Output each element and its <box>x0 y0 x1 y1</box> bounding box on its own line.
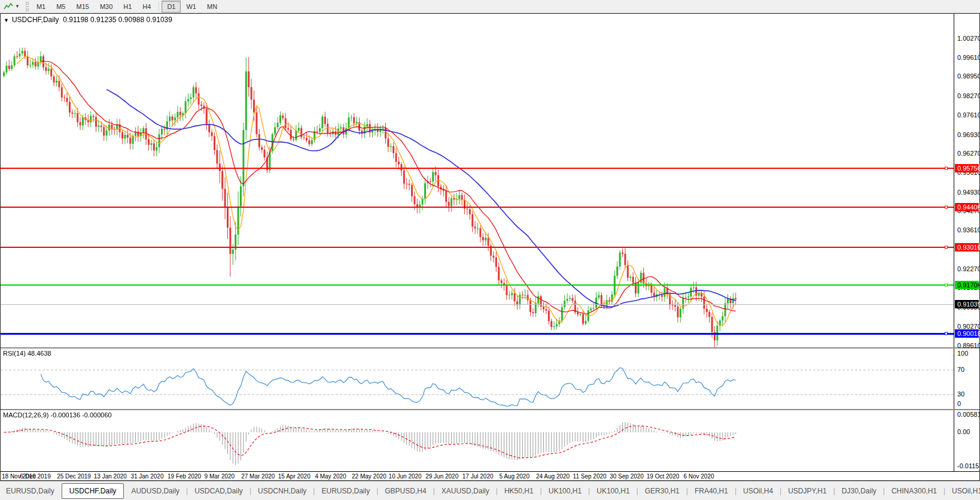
tab-EURUSD-Daily[interactable]: EURUSD,Daily <box>315 484 376 498</box>
toolbar-grip[interactable] <box>26 2 29 11</box>
tab-FRA40-H1[interactable]: FRA40,H1 <box>689 484 734 498</box>
tab-UK100-H1[interactable]: UK100,H1 <box>591 484 635 498</box>
rsi-axis: 10070300 <box>954 349 979 409</box>
horizontal-line-0.90018[interactable] <box>1 333 954 335</box>
timeframe-button-M30[interactable]: M30 <box>95 1 118 13</box>
tab-CHINA300-H1[interactable]: CHINA300,H1 <box>885 484 943 498</box>
tab-DJ30-Daily[interactable]: DJ30,Daily <box>836 484 882 498</box>
date-axis-label: 22 May 2020 <box>352 473 386 480</box>
timeframe-button-M15[interactable]: M15 <box>71 1 94 13</box>
candlestick-canvas[interactable] <box>1 14 954 347</box>
main-price-pane: ▼USDCHF,Daily 0.91198 0.91235 0.90988 0.… <box>1 14 979 347</box>
price-badge-0.94406: 0.94406 <box>955 203 979 211</box>
macd-label: MACD(12,26,9) -0.000136 -0.000060 <box>3 411 112 419</box>
date-axis-label: 15 Apr 2020 <box>278 473 311 480</box>
main-chart-area[interactable]: ▼USDCHF,Daily 0.91198 0.91235 0.90988 0.… <box>1 14 954 347</box>
top-toolbar: ▼ M1M5M15M30H1H4 D1W1MN <box>0 0 980 13</box>
date-axis-label: 5 Aug 2020 <box>499 473 529 480</box>
rsi-axis-label: 0 <box>957 400 961 408</box>
price-axis-label: 0.94930 <box>957 189 980 196</box>
horizontal-line-0.93016[interactable] <box>1 247 954 248</box>
macd-pane: MACD(12,26,9) -0.000136 -0.000060 0.0058… <box>1 410 979 471</box>
price-axis-label: 0.96270 <box>957 150 980 157</box>
price-axis-label: 0.97610 <box>957 111 980 119</box>
date-axis-label: 19 Oct 2020 <box>647 473 679 480</box>
macd-axis-label: -0.011514 <box>957 462 980 470</box>
date-axis-label: 24 Aug 2020 <box>536 473 570 480</box>
tab-USDCHF-Daily[interactable]: USDCHF,Daily <box>62 483 124 499</box>
chart-title: ▼USDCHF,Daily 0.91198 0.91235 0.90988 0.… <box>4 16 172 24</box>
price-axis-label: 0.99610 <box>957 54 980 62</box>
price-axis-label: 0.92270 <box>957 265 980 273</box>
macd-chart-area[interactable]: MACD(12,26,9) -0.000136 -0.000060 <box>1 410 954 471</box>
tab-USDCAD-Daily[interactable]: USDCAD,Daily <box>188 484 249 498</box>
tab-USDCNH-Daily[interactable]: USDCNH,Daily <box>252 484 312 498</box>
chart-ohlc-values: 0.91198 0.91235 0.90988 0.91039 <box>63 16 172 24</box>
toolbar-separator <box>159 2 159 11</box>
tab-UK100-H1[interactable]: UK100,H1 <box>543 484 588 498</box>
chart-window: ▼USDCHF,Daily 0.91198 0.91235 0.90988 0.… <box>0 13 980 481</box>
line-handle[interactable] <box>945 332 948 335</box>
current-price-line <box>1 304 954 305</box>
price-axis-label: 0.98950 <box>957 72 980 80</box>
tab-GER30-H1[interactable]: GER30,H1 <box>639 484 686 498</box>
price-badge-0.93016: 0.93016 <box>955 243 979 251</box>
date-axis-label: 30 Sep 2020 <box>610 473 644 480</box>
rsi-canvas[interactable] <box>1 349 954 409</box>
price-axis-label: 1.00270 <box>957 35 980 43</box>
tab-XAUUSD-Daily[interactable]: XAUUSD,Daily <box>436 484 495 498</box>
tab-USOil-H4[interactable]: USOil,H4 <box>737 484 779 498</box>
tab-GBPUSD-H4[interactable]: GBPUSD,H4 <box>379 484 432 498</box>
rsi-pane: RSI(14) 48.4638 10070300 <box>1 349 979 409</box>
price-axis: 1.002700.996100.989500.982700.976100.969… <box>954 14 979 347</box>
horizontal-line-0.94406[interactable] <box>1 207 954 208</box>
macd-axis-label: 0.005818 <box>957 411 980 419</box>
timeframe-button-W1[interactable]: W1 <box>181 1 202 13</box>
date-axis-label: 13 Jan 2020 <box>94 473 127 480</box>
date-axis-label: 17 Jul 2020 <box>462 473 494 480</box>
tab-USDJPY-H1[interactable]: USDJPY,H1 <box>782 484 832 498</box>
date-axis-label: 10 Jun 2020 <box>389 473 422 480</box>
indicators-icon[interactable]: ▼ <box>0 1 23 13</box>
price-axis-label: 0.93610 <box>957 226 980 234</box>
timeframe-button-M5[interactable]: M5 <box>51 1 71 13</box>
chevron-down-icon[interactable]: ▼ <box>15 4 20 9</box>
date-axis-label: 31 Jan 2020 <box>130 473 163 480</box>
date-axis-label: 6 Nov 2020 <box>683 473 714 480</box>
price-badge-0.91706: 0.91706 <box>955 281 979 289</box>
line-handle[interactable] <box>945 283 948 286</box>
price-axis-label: 0.98270 <box>957 92 980 100</box>
tab-HK50-H1[interactable]: HK50,H1 <box>498 484 540 498</box>
line-handle[interactable] <box>945 205 948 208</box>
price-axis-label: 0.96930 <box>957 131 980 139</box>
chart-symbol: USDCHF,Daily <box>12 16 59 24</box>
tab-AUDUSD-Daily[interactable]: AUDUSD,Daily <box>125 484 185 498</box>
date-axis: 18 Nov 20196 Dec 201925 Dec 201913 Jan 2… <box>1 471 979 480</box>
line-handle[interactable] <box>945 167 948 170</box>
rsi-axis-label: 70 <box>957 366 964 374</box>
timeframe-button-H1[interactable]: H1 <box>118 1 137 13</box>
timeframe-button-MN[interactable]: MN <box>202 1 223 13</box>
tab-EURUSD-Daily[interactable]: EURUSD,Daily <box>0 484 60 498</box>
tab-USOil-H1[interactable]: USOil,H1 <box>946 484 980 498</box>
macd-axis: 0.0058180.00-0.011514 <box>954 410 979 471</box>
horizontal-line-0.91706[interactable] <box>1 284 954 286</box>
date-axis-label: 29 Jun 2020 <box>425 473 458 480</box>
timeframe-button-M1[interactable]: M1 <box>31 1 51 13</box>
date-axis-label: 9 Mar 2020 <box>205 473 235 480</box>
macd-canvas[interactable] <box>1 410 954 471</box>
date-axis-label: 25 Dec 2019 <box>57 473 91 480</box>
date-axis-label: 27 Mar 2020 <box>241 473 275 480</box>
rsi-chart-area[interactable]: RSI(14) 48.4638 <box>1 349 954 409</box>
timeframe-button-H4[interactable]: H4 <box>137 1 156 13</box>
date-axis-label: 11 Sep 2020 <box>573 473 607 480</box>
timeframe-button-D1[interactable]: D1 <box>162 1 181 13</box>
indicator-line-glyph <box>4 2 13 11</box>
date-axis-label: 6 Dec 2019 <box>20 473 51 480</box>
horizontal-line-0.95756[interactable] <box>1 168 954 169</box>
price-badge-0.90018: 0.90018 <box>955 329 979 338</box>
macd-axis-label: 0.00 <box>957 428 970 436</box>
current-price-badge: 0.91039 <box>955 300 979 308</box>
chart-dropdown-icon[interactable]: ▼ <box>4 17 9 23</box>
line-handle[interactable] <box>945 246 948 249</box>
